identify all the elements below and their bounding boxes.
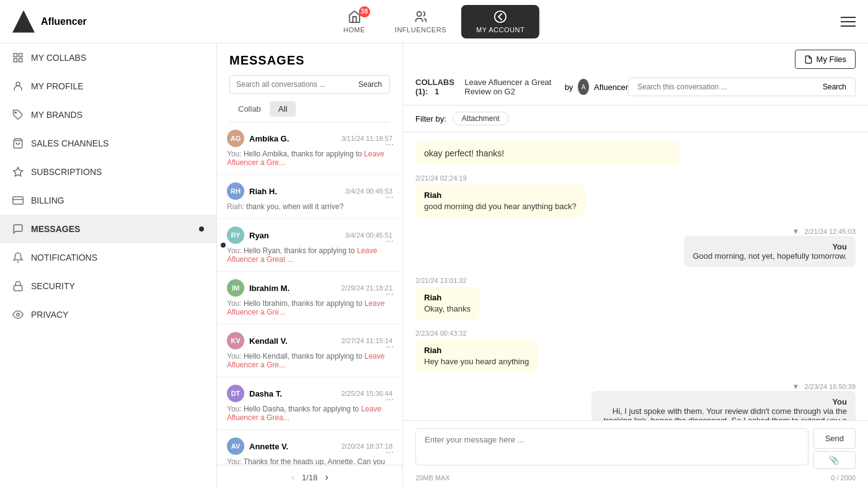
nav-my-account[interactable]: MY ACCOUNT [461, 5, 539, 38]
chat-message: ▼ 2/23/24 16:50:39 You Hi, I just spoke … [415, 382, 856, 420]
collabs-count-label: COLLABS (1): 1 [415, 78, 459, 96]
nav-badge: 38 [359, 6, 370, 17]
chat-input-buttons: Send 📎 [813, 428, 856, 469]
sidebar-item-my-collabs[interactable]: MY COLLABS [0, 43, 216, 72]
nav-home-label: HOME [343, 26, 365, 34]
my-files-label: My Files [817, 55, 846, 64]
conv-preview: Riah: thank you, when will it arrive? [227, 202, 392, 211]
conv-name: RY Ryan [227, 227, 269, 244]
chat-message: ▼ 2/21/24 12:45:03 You Good morning, not… [415, 227, 856, 267]
conv-more-button[interactable]: ··· [386, 395, 394, 405]
conv-time: 2/20/24 18:37:18 [341, 442, 392, 450]
sidebar-item-my-brands-label: MY BRANDS [31, 110, 82, 120]
filter-bar: Filter by: Attachment [403, 105, 868, 132]
conv-time: 3/11/24 11:18:57 [341, 135, 392, 142]
collab-author: Afluencer [594, 83, 628, 92]
conv-more-button[interactable]: ··· [386, 140, 394, 150]
star-icon [12, 166, 24, 177]
svg-point-6 [16, 82, 20, 86]
sidebar-item-sales-channels[interactable]: SALES CHANNELS [0, 129, 216, 158]
conv-more-button[interactable]: ··· [386, 447, 394, 457]
nav-home[interactable]: HOME 38 [329, 5, 380, 38]
svg-rect-2 [14, 53, 17, 56]
conv-avatar: AG [227, 130, 244, 147]
conv-avatar: DT [227, 385, 244, 402]
conv-more-button[interactable]: ··· [386, 289, 394, 299]
search-all-button[interactable]: Search [351, 75, 390, 94]
pagination-next[interactable]: › [325, 472, 328, 483]
sidebar-item-notifications-label: NOTIFICATIONS [31, 253, 97, 262]
conv-name: AV Annette V. [227, 437, 288, 455]
conv-more-button[interactable]: ··· [386, 192, 394, 202]
conversation-list: AG Ambika G. 3/11/24 11:18:57 You: Hello… [217, 122, 402, 465]
conversation-item[interactable]: IM Ibrahim M. 2/29/24 21:18:21 You: Hell… [217, 272, 402, 325]
message-input[interactable] [415, 428, 808, 465]
dropdown-arrow[interactable]: ▼ [792, 382, 800, 391]
logo[interactable]: Afluencer [12, 11, 87, 33]
conversation-item[interactable]: DT Dasha T. 2/25/24 15:36:44 You: Hello … [217, 377, 402, 430]
sidebar-item-security[interactable]: SECURITY [0, 272, 216, 300]
conv-more-button[interactable]: ··· [386, 342, 394, 352]
collab-name: Leave Afluencer a Great Review on G2 [464, 78, 559, 96]
conv-preview: You: Hello Dasha, thanks for applying to… [227, 405, 392, 422]
sidebar-item-subscriptions[interactable]: SUBSCRIPTIONS [0, 158, 216, 186]
conversation-item[interactable]: RH Riah H. 3/4/24 00:45:53 Riah: thank y… [217, 175, 402, 219]
nav-influencers[interactable]: INFLUENCERS [380, 5, 461, 38]
svg-point-13 [17, 313, 20, 316]
search-conversation-button[interactable]: Search [814, 78, 856, 96]
svg-rect-12 [14, 285, 22, 290]
filter-tab-all[interactable]: All [270, 101, 296, 117]
sidebar: MY COLLABS MY PROFILE MY BRANDS SALES CH… [0, 43, 217, 489]
collab-link[interactable]: Leave Afluencer a Great Review on G2 [464, 78, 559, 96]
eye-icon [12, 309, 24, 320]
messages-panel: MESSAGES Search Collab All AG Ambika G. [217, 43, 403, 489]
sidebar-item-privacy-label: PRIVACY [31, 310, 68, 320]
messages-unread-dot [199, 227, 204, 231]
conv-more-button[interactable]: ··· [386, 236, 394, 246]
conv-avatar: AV [227, 437, 244, 455]
top-nav: Afluencer HOME 38 INFLUENCERS MY ACCOUNT [0, 0, 868, 43]
attach-button[interactable]: 📎 [813, 451, 856, 469]
conversation-item[interactable]: KV Kendall V. 2/27/24 11:15:14 You: Hell… [217, 325, 402, 377]
sidebar-item-my-collabs-label: MY COLLABS [31, 53, 86, 63]
sidebar-item-notifications[interactable]: NOTIFICATIONS [0, 243, 216, 272]
conv-preview: You: Hello Ryan, thanks for applying to … [227, 246, 392, 264]
pagination-prev[interactable]: ‹ [291, 472, 294, 483]
conversation-item[interactable]: AG Ambika G. 3/11/24 11:18:57 You: Hello… [217, 122, 402, 175]
conv-avatar: RY [227, 227, 244, 244]
sidebar-item-my-profile[interactable]: MY PROFILE [0, 72, 216, 101]
bell-icon [12, 252, 24, 263]
nav-my-account-label: MY ACCOUNT [476, 26, 525, 34]
nav-influencers-label: INFLUENCERS [395, 26, 446, 34]
messages-title: MESSAGES [229, 53, 390, 68]
search-all-conversations-input[interactable] [229, 75, 351, 94]
dropdown-arrow[interactable]: ▼ [792, 227, 800, 236]
chat-header-left: COLLABS (1): 1 Leave Afluencer a Great R… [415, 78, 628, 96]
my-files-button[interactable]: My Files [795, 50, 856, 69]
conversation-item[interactable]: RY Ryan 3/4/24 00:45:51 You: Hello Ryan,… [217, 219, 402, 272]
conv-time: 2/27/24 11:15:14 [341, 337, 392, 344]
filter-tab-collab[interactable]: Collab [229, 101, 270, 117]
hamburger-menu[interactable] [841, 17, 856, 27]
lock-icon [12, 280, 24, 292]
pagination: ‹ 1/18 › [217, 465, 402, 489]
attachment-filter-chip[interactable]: Attachment [453, 112, 509, 125]
conversation-search-bar: Search [229, 75, 390, 94]
send-button[interactable]: Send [813, 428, 856, 449]
sidebar-item-messages[interactable]: MESSAGES [0, 215, 216, 243]
collab-author-avatar: A [578, 79, 589, 95]
conv-avatar: RH [227, 182, 244, 200]
sidebar-item-my-profile-label: MY PROFILE [31, 81, 84, 91]
sidebar-item-billing[interactable]: BILLING [0, 186, 216, 215]
sidebar-item-subscriptions-label: SUBSCRIPTIONS [31, 167, 102, 177]
people-icon [414, 10, 427, 24]
conversation-item[interactable]: AV Annette V. 2/20/24 18:37:18 You: Than… [217, 430, 402, 465]
conv-preview: You: Hello Ibrahim, thanks for applying … [227, 299, 392, 316]
search-conversation-input[interactable] [628, 78, 814, 96]
back-icon [494, 10, 507, 24]
filter-by-label: Filter by: [415, 114, 446, 123]
sidebar-item-privacy[interactable]: PRIVACY [0, 300, 216, 329]
main-layout: MY COLLABS MY PROFILE MY BRANDS SALES CH… [0, 43, 868, 489]
sidebar-item-my-brands[interactable]: MY BRANDS [0, 101, 216, 129]
svg-point-0 [417, 11, 421, 16]
